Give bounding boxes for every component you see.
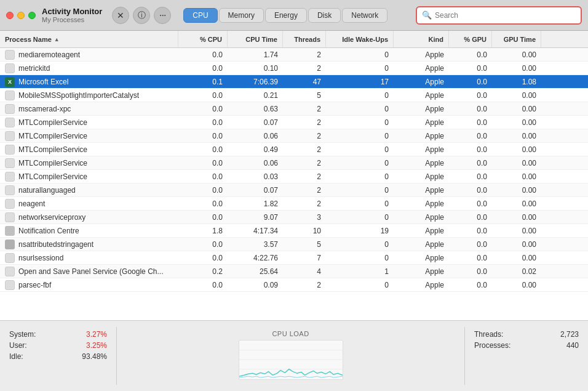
- td-cputime: 0.21: [228, 89, 283, 102]
- col-gpu[interactable]: % GPU: [449, 31, 492, 47]
- tab-memory[interactable]: Memory: [219, 8, 264, 23]
- table-row[interactable]: MTLCompilerService 0.0 0.03 2 0 Apple 0.…: [0, 170, 588, 183]
- table-row[interactable]: nsurlsessiond 0.0 4:22.76 7 0 Apple 0.0 …: [0, 251, 588, 265]
- td-gputime: 0.00: [492, 156, 541, 169]
- stat-processes: Processes: 440: [474, 341, 579, 350]
- stat-idle: Idle: 93.48%: [9, 352, 107, 361]
- table-row[interactable]: MTLCompilerService 0.0 0.06 2 0 Apple 0.…: [0, 156, 588, 170]
- table-row[interactable]: Open and Save Panel Service (Google Ch..…: [0, 265, 588, 278]
- td-name: MTLCompilerService: [0, 116, 178, 129]
- td-name: mediaremoteagent: [0, 48, 178, 61]
- col-gpu-time[interactable]: GPU Time: [492, 31, 541, 47]
- col-threads[interactable]: Threads: [283, 31, 326, 47]
- table-row[interactable]: metrickitd 0.0 0.10 2 0 Apple 0.0 0.00: [0, 62, 588, 75]
- col-kind[interactable]: Kind: [394, 31, 449, 47]
- table-row[interactable]: naturallanguaged 0.0 0.07 2 0 Apple 0.0 …: [0, 183, 588, 197]
- app-subtitle: My Processes: [42, 16, 84, 23]
- sort-arrow: ▲: [54, 36, 60, 42]
- td-cputime: 3.57: [228, 238, 283, 251]
- table-row[interactable]: Notification Centre 1.8 4:17.34 10 19 Ap…: [0, 224, 588, 238]
- table-row[interactable]: mediaremoteagent 0.0 1.74 2 0 Apple 0.0 …: [0, 48, 588, 62]
- td-idle: 1: [326, 265, 394, 278]
- col-idle-wakeups[interactable]: Idle Wake-Ups: [326, 31, 394, 47]
- td-name: nsurlsessiond: [0, 251, 178, 264]
- table-row[interactable]: MobileSMSSpotlightImporterCatalyst 0.0 0…: [0, 89, 588, 102]
- td-gputime: 0.00: [492, 48, 541, 61]
- td-threads: 5: [283, 238, 326, 251]
- td-gputime: 0.00: [492, 143, 541, 156]
- td-name: neagent: [0, 197, 178, 210]
- td-cpu: 0.0: [178, 116, 228, 129]
- td-name: MTLCompilerService: [0, 156, 178, 169]
- tab-disk[interactable]: Disk: [308, 8, 341, 23]
- table-row[interactable]: MTLCompilerService 0.0 0.49 2 0 Apple 0.…: [0, 143, 588, 156]
- td-kind: Apple: [394, 251, 449, 264]
- stat-system-value: 3.27%: [86, 330, 107, 339]
- generic-icon: [5, 212, 15, 222]
- td-gpu: 0.0: [449, 143, 492, 156]
- table-row[interactable]: MTLCompilerService 0.0 0.06 2 0 Apple 0.…: [0, 129, 588, 143]
- table-row[interactable]: neagent 0.0 1.82 2 0 Apple 0.0 0.00: [0, 197, 588, 211]
- chart-canvas: [239, 340, 343, 380]
- stat-processes-value: 440: [566, 341, 579, 350]
- search-input[interactable]: [435, 11, 576, 20]
- col-process-name[interactable]: Process Name ▲: [0, 31, 178, 47]
- maximize-button[interactable]: [28, 12, 36, 19]
- td-idle: 0: [326, 129, 394, 142]
- td-gputime: 0.00: [492, 89, 541, 102]
- close-icon-btn[interactable]: ✕: [112, 7, 129, 24]
- col-cpu-time[interactable]: CPU Time: [228, 31, 283, 47]
- td-gputime: 0.00: [492, 224, 541, 237]
- td-name: MobileSMSSpotlightImporterCatalyst: [0, 89, 178, 102]
- stat-user-label: User:: [9, 341, 27, 350]
- td-gpu: 0.0: [449, 224, 492, 237]
- table-row[interactable]: networkserviceproxy 0.0 9.07 3 0 Apple 0…: [0, 211, 588, 224]
- td-gpu: 0.0: [449, 156, 492, 169]
- td-idle: 0: [326, 102, 394, 115]
- td-cpu: 0.0: [178, 251, 228, 264]
- td-kind: Apple: [394, 143, 449, 156]
- table-row[interactable]: X Microsoft Excel 0.1 7:06.39 47 17 Appl…: [0, 75, 588, 89]
- td-threads: 2: [283, 48, 326, 61]
- col-cpu[interactable]: % CPU: [178, 31, 228, 47]
- tab-energy[interactable]: Energy: [265, 8, 307, 23]
- td-cpu: 0.0: [178, 62, 228, 75]
- td-gpu: 0.0: [449, 238, 492, 251]
- td-idle: 0: [326, 238, 394, 251]
- stat-user-value: 3.25%: [86, 341, 107, 350]
- minimize-button[interactable]: [17, 12, 25, 19]
- td-name: naturallanguaged: [0, 183, 178, 196]
- td-threads: 10: [283, 224, 326, 237]
- td-idle: 0: [326, 143, 394, 156]
- td-kind: Apple: [394, 102, 449, 115]
- close-button[interactable]: [6, 12, 14, 19]
- titlebar: Activity Monitor My Processes ✕ ⓘ ··· CP…: [0, 0, 588, 31]
- app-window: Activity Monitor My Processes ✕ ⓘ ··· CP…: [0, 0, 588, 391]
- td-gpu: 0.0: [449, 116, 492, 129]
- td-idle: 0: [326, 211, 394, 224]
- search-box[interactable]: 🔍: [416, 6, 582, 25]
- td-kind: Apple: [394, 211, 449, 224]
- table-row[interactable]: parsec-fbf 0.0 0.09 2 0 Apple 0.0 0.00: [0, 278, 588, 292]
- td-name: MTLCompilerService: [0, 129, 178, 142]
- td-cputime: 1.74: [228, 48, 283, 61]
- table-row[interactable]: MTLCompilerService 0.0 0.07 2 0 Apple 0.…: [0, 116, 588, 129]
- tab-network[interactable]: Network: [342, 8, 387, 23]
- table-row[interactable]: mscamerad-xpc 0.0 0.63 2 0 Apple 0.0 0.0…: [0, 102, 588, 116]
- td-threads: 2: [283, 170, 326, 183]
- td-gpu: 0.0: [449, 62, 492, 75]
- generic-icon: [5, 280, 15, 290]
- window-controls: [6, 12, 36, 19]
- td-kind: Apple: [394, 197, 449, 210]
- info-icon-btn[interactable]: ⓘ: [133, 7, 150, 24]
- td-name: metrickitd: [0, 62, 178, 75]
- td-gpu: 0.0: [449, 251, 492, 264]
- table-row[interactable]: nsattributedstringagent 0.0 3.57 5 0 App…: [0, 238, 588, 251]
- td-idle: 0: [326, 48, 394, 61]
- td-cputime: 25.64: [228, 265, 283, 278]
- td-cputime: 0.07: [228, 183, 283, 196]
- action-icon-btn[interactable]: ···: [154, 7, 171, 24]
- generic-icon: [5, 104, 15, 114]
- tab-cpu[interactable]: CPU: [183, 8, 217, 23]
- search-icon: 🔍: [422, 10, 432, 20]
